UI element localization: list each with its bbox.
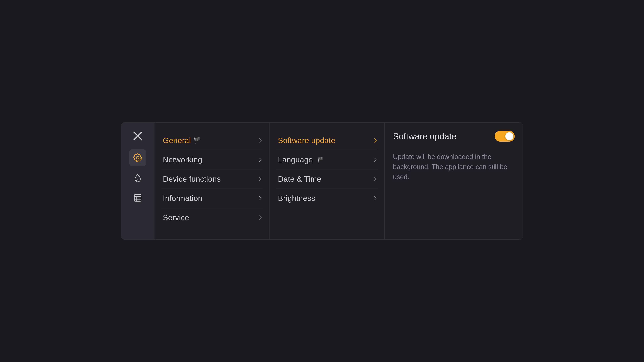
panel-icon bbox=[133, 193, 142, 203]
language-flag-icon: 🏴 bbox=[317, 157, 324, 163]
sidebar-item-panel[interactable] bbox=[129, 190, 146, 206]
information-item[interactable]: Information bbox=[161, 189, 263, 208]
information-label: Information bbox=[163, 194, 202, 203]
detail-title: Software update bbox=[393, 131, 456, 141]
brightness-label: Brightness bbox=[278, 194, 315, 203]
language-label: Language bbox=[278, 155, 313, 164]
brightness-chevron-icon bbox=[372, 196, 376, 200]
sidebar bbox=[121, 122, 154, 240]
networking-chevron-icon bbox=[257, 158, 262, 162]
software-update-toggle[interactable] bbox=[494, 131, 515, 142]
information-chevron-icon bbox=[257, 196, 262, 200]
detail-description: Update will be downloaded in the backgro… bbox=[393, 152, 515, 182]
toggle-track bbox=[494, 131, 515, 142]
general-flag-icon: 🏴 bbox=[194, 137, 201, 144]
gear-icon bbox=[133, 153, 142, 162]
detail-header: Software update bbox=[393, 131, 515, 142]
date-time-chevron-icon bbox=[372, 177, 376, 181]
general-header-item[interactable]: General 🏴 bbox=[161, 131, 263, 150]
waterdrop-icon bbox=[133, 173, 142, 183]
general-chevron-icon bbox=[257, 138, 262, 142]
networking-label: Networking bbox=[163, 155, 202, 164]
general-title-group: General 🏴 bbox=[163, 136, 201, 145]
software-update-chevron-icon bbox=[372, 138, 376, 142]
sidebar-item-settings[interactable] bbox=[129, 149, 146, 166]
close-icon bbox=[133, 131, 143, 141]
svg-point-2 bbox=[136, 179, 137, 180]
general-panel: General 🏴 Networking Device functions In… bbox=[154, 122, 270, 240]
service-label: Service bbox=[163, 213, 189, 222]
software-update-label: Software update bbox=[278, 136, 336, 145]
submenu-panel: Software update Language 🏴 Date & Time B… bbox=[270, 122, 384, 240]
device-functions-chevron-icon bbox=[257, 177, 262, 181]
service-item[interactable]: Service bbox=[161, 208, 263, 227]
toggle-thumb bbox=[505, 132, 513, 140]
date-time-item[interactable]: Date & Time bbox=[276, 169, 378, 189]
software-update-item[interactable]: Software update bbox=[276, 131, 378, 150]
sidebar-item-water[interactable] bbox=[129, 169, 146, 186]
close-button[interactable] bbox=[131, 129, 144, 143]
language-chevron-icon bbox=[372, 158, 376, 162]
language-item[interactable]: Language 🏴 bbox=[276, 150, 378, 169]
general-title: General bbox=[163, 136, 191, 145]
service-chevron-icon bbox=[257, 215, 262, 220]
settings-dialog: General 🏴 Networking Device functions In… bbox=[121, 122, 523, 240]
detail-panel: Software update Update will be downloade… bbox=[384, 122, 523, 240]
networking-item[interactable]: Networking bbox=[161, 150, 263, 169]
svg-rect-3 bbox=[134, 195, 141, 201]
brightness-item[interactable]: Brightness bbox=[276, 189, 378, 208]
device-functions-label: Device functions bbox=[163, 174, 221, 184]
date-time-label: Date & Time bbox=[278, 174, 321, 184]
device-functions-item[interactable]: Device functions bbox=[161, 169, 263, 189]
